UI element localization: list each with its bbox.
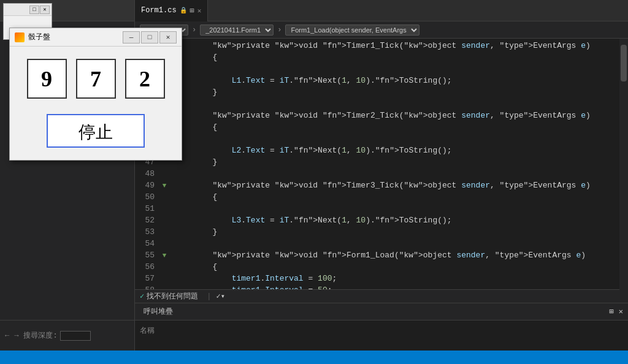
breadcrumb-bar: 20210411 › _20210411.Form1 › Form1_Load(… — [135, 21, 628, 39]
check-icon: ✓ — [140, 292, 144, 301]
panel-controls: ⊞ ✕ — [610, 307, 623, 316]
error-message: 找不到任何問題 — [147, 291, 198, 301]
breadcrumb-namespace[interactable]: _20210411.Form1 — [200, 25, 274, 36]
panel-pin-btn[interactable]: ⊞ — [610, 307, 614, 316]
tab-bar: Form1.cs 🔒 ⊞ ✕ — [135, 0, 628, 21]
code-scrollbar[interactable] — [619, 39, 628, 303]
breadcrumb-sep1: › — [192, 26, 196, 34]
separator: | — [207, 292, 211, 301]
mini-window-titlebar: □ ✕ — [4, 4, 52, 16]
tab-label: Form1.cs — [141, 6, 177, 15]
search-depth-label: 搜尋深度: — [23, 330, 57, 341]
bottom-panel: 呼叫堆疊 ⊞ ✕ 名稱 — [135, 303, 628, 351]
win-max-btn[interactable]: □ — [141, 31, 158, 44]
scrollbar-thumb — [621, 45, 627, 82]
window-controls: — □ ✕ — [123, 31, 177, 44]
stop-button[interactable]: 停止 — [47, 114, 145, 148]
mini-min-btn[interactable]: □ — [29, 6, 39, 14]
bottom-panel-tabs: 呼叫堆疊 ⊞ ✕ — [135, 303, 628, 320]
win-close-btn[interactable]: ✕ — [159, 31, 177, 44]
app-titlebar: 骰子盤 — □ ✕ — [10, 28, 182, 47]
app-icon — [15, 32, 25, 42]
dice-row: 9 7 2 — [19, 59, 172, 99]
mini-close-btn[interactable]: ✕ — [40, 6, 50, 14]
win-min-btn[interactable]: — — [123, 31, 140, 44]
dice-2: 7 — [76, 59, 116, 99]
panel-close-btn[interactable]: ✕ — [619, 307, 623, 316]
filter-icon[interactable]: ✓▾ — [216, 292, 224, 301]
search-back-btn[interactable]: ← — [5, 332, 9, 340]
breadcrumb-sep2: › — [277, 26, 281, 34]
tab-close-btn[interactable]: ✕ — [197, 7, 202, 15]
code-editor[interactable]: 3738394041424344454647484950515253545556… — [135, 39, 628, 303]
search-depth-input[interactable] — [60, 331, 91, 341]
tab-pin-icon[interactable]: ⊞ — [190, 6, 194, 15]
search-forward-btn[interactable]: → — [14, 332, 18, 340]
app-content: 9 7 2 停止 — [10, 47, 182, 160]
bottom-panel-content: 名稱 — [135, 320, 628, 338]
error-bar: ✓ 找不到任何問題 | ✓▾ — [135, 289, 619, 303]
dice-1: 9 — [27, 59, 67, 99]
column-header: 名稱 — [140, 323, 623, 336]
active-tab[interactable]: Form1.cs 🔒 ⊞ ✕ — [135, 0, 208, 21]
app-title: 骰子盤 — [28, 32, 119, 42]
search-depth: 搜尋深度: — [23, 330, 90, 341]
callstack-tab[interactable]: 呼叫堆疊 — [140, 305, 177, 318]
search-bar: ← → 搜尋深度: — [0, 320, 134, 351]
breadcrumb-method[interactable]: Form1_Load(object sender, EventArgs — [285, 25, 419, 36]
code-content[interactable]: "kw">private "kw">void "fn">Timer1_Tick(… — [169, 39, 628, 303]
status-bar — [0, 351, 628, 364]
dice-3: 2 — [125, 59, 165, 99]
lock-icon: 🔒 — [180, 7, 187, 14]
formics-app-window: 骰子盤 — □ ✕ 9 7 2 停止 — [9, 28, 182, 161]
code-lines-container: 3738394041424344454647484950515253545556… — [135, 39, 628, 303]
